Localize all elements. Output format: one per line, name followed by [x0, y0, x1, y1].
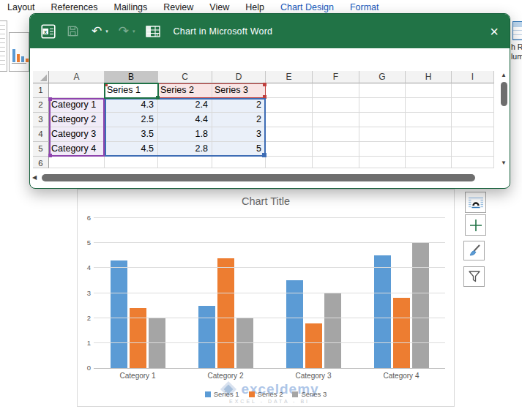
ribbon-quick-layout-button-partial[interactable]: [0, 20, 7, 72]
bar-series-1-cat1[interactable]: [111, 260, 127, 368]
row-header-5[interactable]: 5: [33, 142, 49, 157]
cell-F1[interactable]: [313, 83, 359, 98]
cell-H3[interactable]: [406, 113, 452, 127]
row-header-6[interactable]: 6: [33, 157, 49, 168]
legend-item-series-3[interactable]: Series 3: [292, 390, 327, 398]
row-header-4[interactable]: 4: [33, 127, 49, 142]
cell-I3[interactable]: [452, 113, 494, 127]
excel-logo-icon[interactable]: x: [41, 20, 56, 42]
cell-E3[interactable]: [266, 113, 313, 127]
chart-elements-button[interactable]: [465, 214, 486, 236]
close-icon[interactable]: ×: [490, 24, 499, 39]
col-header-E[interactable]: E: [266, 71, 313, 83]
cell-C3[interactable]: 4.4: [158, 113, 212, 127]
row-header-1[interactable]: 1: [33, 83, 49, 98]
tab-layout[interactable]: Layout: [7, 0, 35, 12]
cell-D6[interactable]: [212, 157, 266, 168]
cell-F4[interactable]: [313, 127, 359, 142]
cell-E4[interactable]: [266, 127, 313, 142]
cell-B6[interactable]: [105, 157, 158, 168]
vertical-scrollbar-thumb[interactable]: [501, 82, 507, 106]
cell-E2[interactable]: [266, 98, 313, 113]
select-all-corner[interactable]: [33, 71, 49, 83]
scroll-up-icon[interactable]: ▲: [501, 72, 507, 78]
tab-review[interactable]: Review: [163, 0, 193, 12]
cell-H6[interactable]: [406, 157, 452, 168]
cell-G4[interactable]: [359, 127, 406, 142]
bar-series-3-cat3[interactable]: [324, 293, 341, 369]
col-header-F[interactable]: F: [313, 71, 359, 83]
undo-dropdown-arrow[interactable]: ▾: [105, 29, 108, 34]
bar-series-2-cat3[interactable]: [305, 323, 322, 369]
ribbon-select-data-icon-partial[interactable]: [512, 21, 522, 40]
cell-B1[interactable]: Series 1: [105, 83, 158, 98]
cell-H5[interactable]: [406, 142, 452, 157]
bar-series-3-cat4[interactable]: [412, 243, 429, 368]
cell-A3[interactable]: Category 2: [49, 113, 105, 127]
scroll-left-icon[interactable]: ◀: [32, 175, 37, 181]
bar-series-1-cat3[interactable]: [286, 280, 303, 368]
tab-references[interactable]: References: [51, 0, 98, 12]
redo-button[interactable]: ↷: [119, 20, 129, 42]
cell-D5[interactable]: 5: [212, 142, 266, 157]
cell-I2[interactable]: [452, 98, 494, 113]
cell-I6[interactable]: [452, 157, 494, 168]
edit-data-in-excel-button[interactable]: x: [146, 20, 160, 42]
cell-F3[interactable]: [313, 113, 359, 127]
bar-series-1-cat4[interactable]: [374, 255, 391, 368]
cell-G6[interactable]: [359, 157, 406, 168]
cell-C1[interactable]: Series 2: [158, 83, 212, 98]
ribbon-chart-style-thumbnail[interactable]: [9, 32, 29, 72]
tab-view[interactable]: View: [209, 0, 229, 12]
tab-help[interactable]: Help: [245, 0, 264, 12]
col-header-B[interactable]: B: [105, 71, 158, 83]
cell-G5[interactable]: [359, 142, 406, 157]
bar-series-2-cat2[interactable]: [217, 258, 234, 368]
cell-B4[interactable]: 3.5: [105, 127, 158, 142]
tab-chart-design[interactable]: Chart Design: [280, 0, 334, 12]
cell-H2[interactable]: [406, 98, 452, 113]
tab-mailings[interactable]: Mailings: [113, 0, 147, 12]
cell-I1[interactable]: [452, 83, 494, 98]
cell-E1[interactable]: [266, 83, 313, 98]
cell-C2[interactable]: 2.4: [158, 98, 212, 113]
cell-A5[interactable]: Category 4: [49, 142, 105, 157]
cell-G2[interactable]: [359, 98, 406, 113]
legend-item-series-1[interactable]: Series 1: [205, 390, 239, 398]
cell-D4[interactable]: 3: [212, 127, 266, 142]
cell-C5[interactable]: 2.8: [158, 142, 212, 157]
chart-object[interactable]: Chart Title exceldemy EXCEL - DATA - BI …: [77, 189, 455, 407]
cell-A1[interactable]: [49, 83, 105, 98]
horizontal-scrollbar[interactable]: ◀ ▶: [32, 172, 510, 184]
col-header-I[interactable]: I: [452, 71, 494, 83]
col-header-D[interactable]: D: [212, 71, 266, 83]
cell-A4[interactable]: Category 3: [49, 127, 105, 142]
col-header-A[interactable]: A: [49, 71, 105, 83]
cell-I5[interactable]: [452, 142, 494, 157]
col-header-H[interactable]: H: [406, 71, 452, 83]
cell-E5[interactable]: [266, 142, 313, 157]
layout-options-button[interactable]: [465, 192, 486, 213]
cell-F6[interactable]: [313, 157, 359, 168]
cell-C6[interactable]: [158, 157, 212, 168]
chart-filters-button[interactable]: [463, 266, 485, 287]
col-header-G[interactable]: G: [359, 71, 406, 83]
cell-H1[interactable]: [406, 83, 452, 98]
cell-B2[interactable]: 4.3: [105, 98, 158, 113]
cell-D2[interactable]: 2: [212, 98, 266, 113]
undo-button[interactable]: ↶: [92, 20, 102, 42]
cell-E6[interactable]: [266, 157, 313, 168]
cell-A2[interactable]: Category 1: [49, 98, 105, 113]
vertical-scrollbar[interactable]: ▲ ▼: [499, 72, 510, 170]
row-header-2[interactable]: 2: [33, 98, 49, 113]
save-button[interactable]: [66, 20, 80, 42]
legend-item-series-2[interactable]: Series 2: [249, 390, 283, 398]
cell-A6[interactable]: [49, 157, 105, 168]
row-header-3[interactable]: 3: [33, 113, 49, 127]
cell-F2[interactable]: [313, 98, 359, 113]
chart-styles-button[interactable]: [463, 241, 485, 260]
tab-format[interactable]: Format: [350, 0, 379, 12]
cell-D1[interactable]: Series 3: [212, 83, 266, 98]
horizontal-scrollbar-thumb[interactable]: [42, 174, 475, 181]
cell-I4[interactable]: [452, 127, 494, 142]
